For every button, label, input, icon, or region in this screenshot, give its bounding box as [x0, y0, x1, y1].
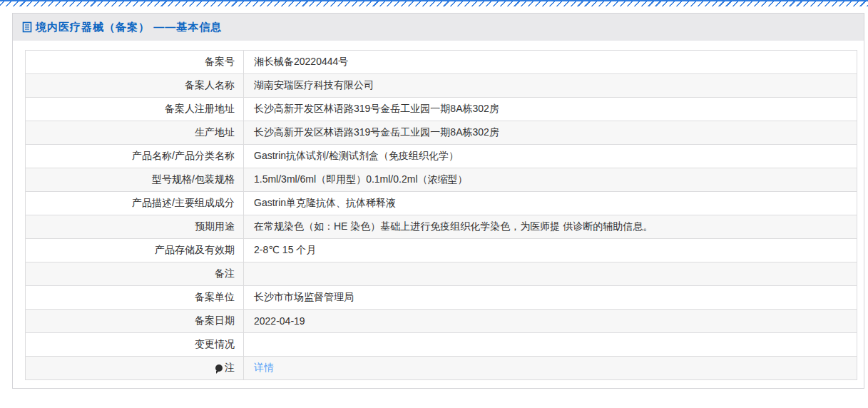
- table-row: 备案人名称湖南安瑞医疗科技有限公司: [26, 74, 857, 98]
- table-row: 预期用途在常规染色（如：HE 染色）基础上进行免疫组织化学染色，为医师提 供诊断…: [26, 215, 857, 239]
- row-value: 在常规染色（如：HE 染色）基础上进行免疫组织化学染色，为医师提 供诊断的辅助信…: [244, 215, 857, 239]
- row-label: 注: [26, 357, 244, 380]
- row-value: 湘长械备20220444号: [244, 51, 857, 74]
- row-label: 预期用途: [26, 215, 244, 239]
- row-label: 型号规格/包装规格: [26, 168, 244, 192]
- table-row: 变更情况: [26, 333, 857, 357]
- top-stripe-bar: [0, 0, 868, 6]
- filing-info-panel: 境内医疗器械（备案） ——基本信息 备案号湘长械备20220444号备案人名称湖…: [12, 13, 864, 389]
- info-table-body: 备案号湘长械备20220444号备案人名称湖南安瑞医疗科技有限公司备案人注册地址…: [26, 51, 857, 380]
- page-title: 境内医疗器械（备案） ——基本信息: [36, 21, 222, 34]
- details-link[interactable]: 详情: [254, 362, 274, 373]
- table-row: 备案人注册地址长沙高新开发区林语路319号金岳工业园一期8A栋302房: [26, 98, 857, 121]
- row-value: 长沙高新开发区林语路319号金岳工业园一期8A栋302房: [244, 121, 857, 145]
- table-row: 生产地址长沙高新开发区林语路319号金岳工业园一期8A栋302房: [26, 121, 857, 145]
- table-row: 备案单位长沙市市场监督管理局: [26, 286, 857, 310]
- table-row: 备案号湘长械备20220444号: [26, 51, 857, 74]
- row-label: 变更情况: [26, 333, 244, 357]
- row-value: 详情: [244, 357, 857, 380]
- row-value: Gastrin单克隆抗体、抗体稀释液: [244, 192, 857, 215]
- row-value: 1.5ml/3ml/6ml（即用型）0.1ml/0.2ml（浓缩型）: [244, 168, 857, 192]
- row-value: [244, 262, 857, 286]
- table-row: 注详情: [26, 357, 857, 380]
- row-value: [244, 333, 857, 357]
- row-label: 产品描述/主要组成成分: [26, 192, 244, 215]
- row-label: 产品存储及有效期: [26, 239, 244, 262]
- table-row: 产品名称/产品分类名称Gastrin抗体试剂/检测试剂盒（免疫组织化学）: [26, 145, 857, 168]
- row-value: 2022-04-19: [244, 310, 857, 333]
- row-label: 生产地址: [26, 121, 244, 145]
- table-row: 备案日期2022-04-19: [26, 310, 857, 333]
- row-label: 产品名称/产品分类名称: [26, 145, 244, 168]
- row-value: 长沙高新开发区林语路319号金岳工业园一期8A栋302房: [244, 98, 857, 121]
- table-row: 型号规格/包装规格1.5ml/3ml/6ml（即用型）0.1ml/0.2ml（浓…: [26, 168, 857, 192]
- row-value: Gastrin抗体试剂/检测试剂盒（免疫组织化学）: [244, 145, 857, 168]
- info-table: 备案号湘长械备20220444号备案人名称湖南安瑞医疗科技有限公司备案人注册地址…: [25, 50, 857, 380]
- row-value: 2-8℃ 15 个月: [244, 239, 857, 262]
- row-label: 备案日期: [26, 310, 244, 333]
- row-value: 长沙市市场监督管理局: [244, 286, 857, 310]
- row-label: 备案人注册地址: [26, 98, 244, 121]
- panel-header: 境内医疗器械（备案） ——基本信息: [13, 14, 864, 41]
- table-row: 产品存储及有效期2-8℃ 15 个月: [26, 239, 857, 262]
- row-label: 备案单位: [26, 286, 244, 310]
- panel-body: 备案号湘长械备20220444号备案人名称湖南安瑞医疗科技有限公司备案人注册地址…: [13, 41, 864, 388]
- document-icon: [22, 21, 32, 33]
- note-balloon-icon: [215, 364, 223, 372]
- row-label: 备注: [26, 262, 244, 286]
- row-label: 备案号: [26, 51, 244, 74]
- table-row: 备注: [26, 262, 857, 286]
- row-value: 湖南安瑞医疗科技有限公司: [244, 74, 857, 98]
- row-label: 备案人名称: [26, 74, 244, 98]
- table-row: 产品描述/主要组成成分Gastrin单克隆抗体、抗体稀释液: [26, 192, 857, 215]
